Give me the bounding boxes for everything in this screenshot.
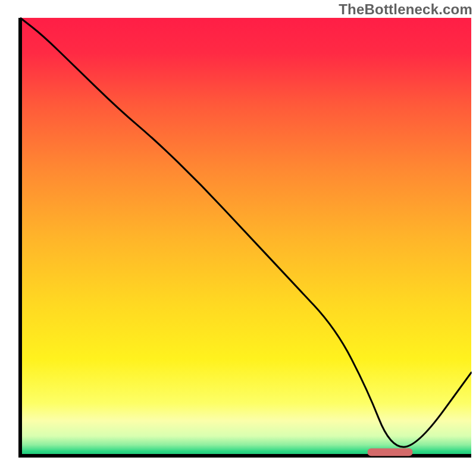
plot-background: [20, 18, 471, 456]
watermark-text: TheBottleneck.com: [339, 1, 472, 18]
optimal-range-marker: [368, 449, 413, 456]
chart-container: TheBottleneck.com: [0, 0, 476, 476]
chart-svg: [0, 0, 476, 476]
